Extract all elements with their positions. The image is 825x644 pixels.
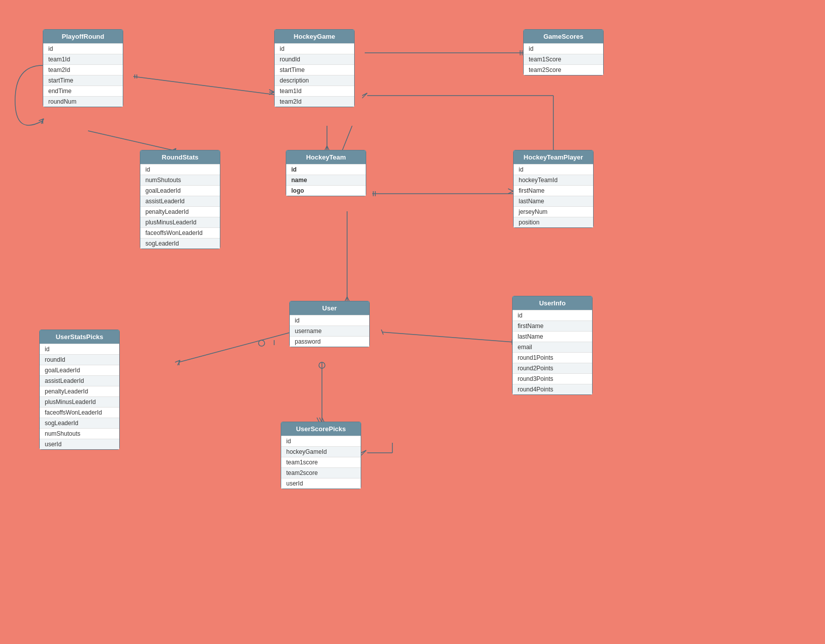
- field-hockeyteamid: hockeyTeamId: [514, 175, 593, 185]
- svg-line-21: [508, 189, 513, 191]
- field-numshutouts: numShutouts: [140, 175, 220, 185]
- field-team2id: team2Id: [275, 96, 354, 107]
- entity-hockeygame: HockeyGameidroundIdstartTimedescriptiont…: [274, 29, 355, 107]
- field-roundid: roundId: [40, 354, 119, 365]
- svg-line-22: [508, 191, 513, 194]
- field-id: id: [514, 164, 593, 175]
- field-id: id: [524, 43, 603, 54]
- svg-line-47: [41, 119, 44, 124]
- field-logo: logo: [286, 185, 366, 196]
- connections-svg: [0, 0, 825, 644]
- entity-header-hockeygame: HockeyGame: [275, 30, 354, 43]
- svg-point-27: [259, 340, 265, 346]
- svg-line-3: [269, 90, 274, 92]
- field-starttime: startTime: [275, 64, 354, 75]
- field-numshutouts: numShutouts: [40, 428, 119, 439]
- field-team1score: team1score: [281, 457, 361, 467]
- entity-user: Useridusernamepassword: [289, 301, 370, 347]
- field-lastname: lastName: [513, 331, 592, 342]
- entity-userinfo: UserInfoidfirstNamelastNameemailround1Po…: [512, 296, 593, 395]
- entity-header-userinfo: UserInfo: [513, 296, 592, 310]
- entity-header-userstatspicks: UserStatsPicks: [40, 330, 119, 344]
- field-sogleaderid: sogLeaderId: [40, 418, 119, 428]
- field-plusminusleaderid: plusMinusLeaderId: [40, 396, 119, 407]
- entity-playoffround: PlayoffRoundidteam1Idteam2IdstartTimeend…: [43, 29, 123, 107]
- field-round3points: round3Points: [513, 373, 592, 384]
- svg-line-9: [88, 131, 176, 151]
- field-position: position: [514, 217, 593, 227]
- entity-userscorepicks: UserScorePicksidhockeyGameIdteam1scorete…: [281, 422, 361, 489]
- entity-gamescores: GameScoresidteam1Scoreteam2Score: [523, 29, 604, 75]
- field-goalleaderid: goalLeaderId: [140, 185, 220, 196]
- field-id: id: [140, 164, 220, 175]
- field-id: id: [40, 344, 119, 354]
- field-team1score: team1Score: [524, 54, 603, 64]
- field-id: id: [275, 43, 354, 54]
- field-assistleaderid: assistLeaderId: [40, 375, 119, 386]
- field-faceoffswonleaderid: faceoffsWonLeaderId: [40, 407, 119, 418]
- field-team1id: team1Id: [275, 86, 354, 96]
- entity-userstatspicks: UserStatsPicksidroundIdgoalLeaderIdassis…: [39, 330, 120, 450]
- field-firstname: firstName: [513, 320, 592, 331]
- svg-line-17: [342, 126, 352, 151]
- field-userid: userId: [281, 478, 361, 489]
- entity-hockeyteamplayer: HockeyTeamPlayeridhockeyTeamIdfirstNamel…: [513, 150, 594, 228]
- field-id: id: [281, 436, 361, 446]
- field-username: username: [290, 326, 369, 336]
- field-jerseynum: jerseyNum: [514, 206, 593, 217]
- svg-line-4: [269, 92, 274, 95]
- field-roundid: roundId: [275, 54, 354, 64]
- svg-line-30: [178, 360, 180, 365]
- field-endtime: endTime: [43, 86, 123, 96]
- field-plusminusleaderid: plusMinusLeaderId: [140, 217, 220, 227]
- field-starttime: startTime: [43, 75, 123, 86]
- field-goalleaderid: goalLeaderId: [40, 365, 119, 375]
- svg-line-44: [361, 450, 366, 455]
- entity-header-roundstats: RoundStats: [140, 150, 220, 164]
- field-team1id: team1Id: [43, 54, 123, 64]
- svg-line-43: [361, 450, 366, 453]
- svg-line-26: [179, 332, 292, 362]
- field-firstname: firstName: [514, 185, 593, 196]
- field-id: id: [286, 164, 366, 175]
- field-team2score: team2score: [281, 467, 361, 478]
- field-name: name: [286, 175, 366, 185]
- field-penaltyleaderid: penaltyLeaderId: [140, 206, 220, 217]
- field-email: email: [513, 342, 592, 352]
- svg-line-37: [382, 332, 513, 342]
- svg-point-33: [319, 362, 325, 368]
- entity-roundstats: RoundStatsidnumShutoutsgoalLeaderIdassis…: [140, 150, 220, 249]
- field-userid: userId: [40, 439, 119, 449]
- svg-line-46: [39, 119, 44, 121]
- field-lastname: lastName: [514, 196, 593, 206]
- field-assistleaderid: assistLeaderId: [140, 196, 220, 206]
- field-id: id: [513, 310, 592, 320]
- svg-line-29: [175, 360, 180, 362]
- field-faceoffswonleaderid: faceoffsWonLeaderId: [140, 227, 220, 238]
- entity-header-hockeyteamplayer: HockeyTeamPlayer: [514, 150, 593, 164]
- field-round4points: round4Points: [513, 384, 592, 394]
- entity-header-hockeyteam: HockeyTeam: [286, 150, 366, 164]
- field-team2id: team2Id: [43, 64, 123, 75]
- field-sogleaderid: sogLeaderId: [140, 238, 220, 249]
- entity-header-user: User: [290, 301, 369, 315]
- field-id: id: [290, 315, 369, 326]
- field-password: password: [290, 336, 369, 347]
- field-hockeygameid: hockeyGameId: [281, 446, 361, 457]
- field-id: id: [43, 43, 123, 54]
- field-penaltyleaderid: penaltyLeaderId: [40, 386, 119, 396]
- svg-line-52: [362, 93, 367, 98]
- entity-header-gamescores: GameScores: [524, 30, 603, 43]
- svg-line-0: [133, 76, 274, 95]
- entity-header-playoffround: PlayoffRound: [43, 30, 123, 43]
- entity-header-userscorepicks: UserScorePicks: [281, 422, 361, 436]
- field-description: description: [275, 75, 354, 86]
- field-team2score: team2Score: [524, 64, 603, 75]
- svg-line-51: [362, 93, 367, 96]
- svg-line-38: [381, 330, 383, 335]
- entity-hockeyteam: HockeyTeamidnamelogo: [286, 150, 366, 196]
- field-roundnum: roundNum: [43, 96, 123, 107]
- field-round1points: round1Points: [513, 352, 592, 363]
- field-round2points: round2Points: [513, 363, 592, 373]
